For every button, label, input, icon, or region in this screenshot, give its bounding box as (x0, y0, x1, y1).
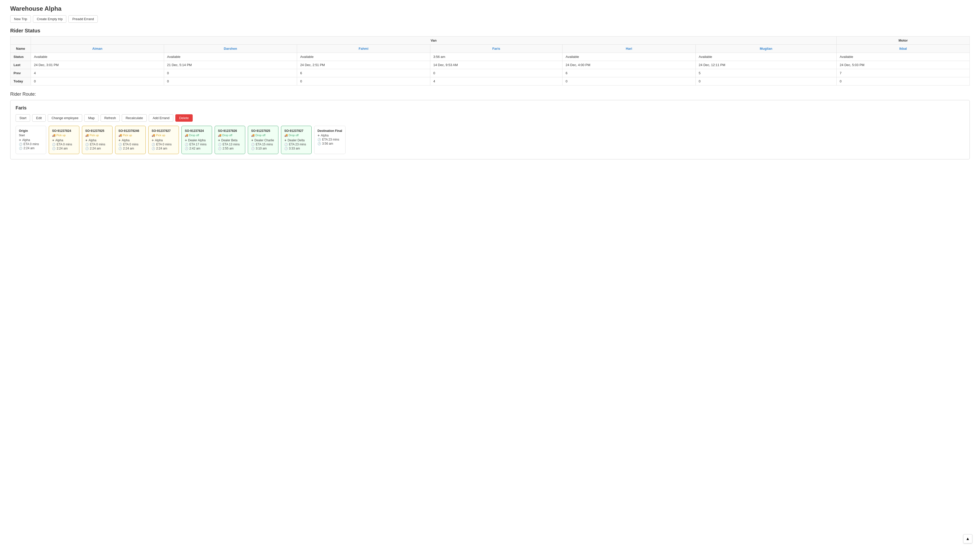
edit-button[interactable]: Edit (32, 114, 45, 122)
cell-prev-6: 7 (837, 69, 970, 77)
eta-mins-text-3: ETA 0 mins (123, 143, 138, 146)
card-title-2: SO-91237825 (85, 129, 109, 133)
eta-time-text-0: 2:24 am (24, 146, 35, 150)
route-card-4[interactable]: SO-91237827🚚 Pick up✈Alpha🕐ETA 0 mins🕐2:… (148, 126, 179, 154)
location-text-0: Alpha (22, 138, 30, 142)
row-label-prev: Prev (11, 69, 31, 77)
location-text-8: Dealer Delta (288, 138, 305, 142)
cell-today-2: 0 (297, 77, 430, 86)
rider-route-container: Faris Start Edit Change employee Map Ref… (10, 100, 970, 159)
rider-darshen-link[interactable]: Darshen (224, 47, 237, 51)
eta-mins-text-5: ETA 17 mins (189, 143, 207, 146)
rider-mugilan-link[interactable]: Mugilan (760, 47, 772, 51)
rider-ikbal-link[interactable]: Ikbal (899, 47, 907, 51)
rider-hari-link[interactable]: Hari (626, 47, 632, 51)
add-errand-button[interactable]: Add Errand (149, 114, 173, 122)
row-label-today: Today (11, 77, 31, 86)
cell-prev-3: 0 (430, 69, 563, 77)
route-card-8[interactable]: SO-91237827🚚 Drop off✈Dealer Delta🕐ETA 2… (281, 126, 312, 154)
card-title-1: SO-91237824 (52, 129, 76, 133)
location-text-4: Alpha (155, 138, 163, 142)
clock-icon: 🕐 (85, 143, 89, 146)
cell-today-1: 0 (164, 77, 297, 86)
card-eta-mins-5: 🕐ETA 17 mins (185, 143, 209, 146)
clock-icon-2: 🕐 (151, 147, 155, 150)
rider-fahmi-link[interactable]: Fahmi (359, 47, 368, 51)
card-title-5: SO-91237824 (185, 129, 209, 133)
clock-icon: 🕐 (151, 143, 155, 146)
card-title-3: SO-912378246 (118, 129, 142, 133)
start-button[interactable]: Start (16, 114, 30, 122)
card-eta-time-4: 🕐2:24 am (151, 147, 176, 150)
eta-mins-text-1: ETA 0 mins (57, 143, 72, 146)
route-card-2[interactable]: SO-91237825🚚 Pick up✈Alpha🕐ETA 0 mins🕐2:… (82, 126, 113, 154)
card-title-7: SO-91237825 (251, 129, 275, 133)
map-button[interactable]: Map (84, 114, 98, 122)
motor-group-header: Motor (837, 37, 970, 44)
row-label-status: Status (11, 53, 31, 61)
location-icon: ✈ (52, 139, 54, 142)
route-card-5[interactable]: SO-91237824🚚 Drop off✈Dealer Alpha🕐ETA 1… (181, 126, 212, 154)
card-location-4: ✈Alpha (151, 138, 176, 142)
eta-time-text-5: 2:42 am (189, 147, 200, 150)
card-location-5: ✈Dealer Alpha (185, 138, 209, 142)
card-title-4: SO-91237827 (151, 129, 176, 133)
cell-prev-1: 0 (164, 69, 297, 77)
recalculate-button[interactable]: Recalculate (122, 114, 147, 122)
cell-today-4: 0 (563, 77, 696, 86)
route-card-9[interactable]: Destination Final✈Alpha🕐ETA 23 mins🕐3:56… (314, 126, 345, 154)
rider-aiman-link[interactable]: Aiman (92, 47, 102, 51)
card-eta-mins-4: 🕐ETA 0 mins (151, 143, 176, 146)
rider-status-table: Van Motor Name Aiman Darshen Fahmi Faris… (10, 36, 970, 86)
card-title-9: Destination Final (318, 129, 342, 133)
card-eta-time-5: 🕐2:42 am (185, 147, 209, 150)
cell-status-4: Available (563, 53, 696, 61)
preadd-errand-button[interactable]: Preadd Errand (68, 15, 98, 23)
card-eta-mins-0: 🕐ETA 0 mins (19, 142, 43, 146)
clock-icon-2: 🕐 (85, 147, 89, 150)
new-trip-button[interactable]: New Trip (10, 15, 31, 23)
card-eta-mins-7: 🕐ETA 15 mins (251, 143, 275, 146)
card-eta-time-1: 🕐2:24 am (52, 147, 76, 150)
cell-prev-5: 5 (695, 69, 837, 77)
card-type-3: 🚚 Pick up (118, 134, 142, 137)
clock-icon-2: 🕐 (118, 147, 122, 150)
delete-button[interactable]: Delete (175, 114, 192, 122)
location-icon: ✈ (251, 139, 253, 142)
route-card-0[interactable]: OriginStart✈Alpha🕐ETA 0 mins🕐2:24 am (16, 126, 46, 154)
clock-icon-2: 🕐 (19, 147, 22, 150)
card-location-2: ✈Alpha (85, 138, 109, 142)
route-card-7[interactable]: SO-91237825🚚 Drop off✈Dealer Charlie🕐ETA… (248, 126, 278, 154)
eta-time-text-9: 3:56 am (322, 142, 333, 145)
card-eta-time-6: 🕐2:55 am (218, 147, 242, 150)
location-icon: ✈ (85, 139, 88, 142)
clock-icon: 🕐 (318, 138, 321, 141)
rider-faris-link[interactable]: Faris (492, 47, 500, 51)
card-location-6: ✈Dealer Beta (218, 138, 242, 142)
change-employee-button[interactable]: Change employee (48, 114, 83, 122)
cell-prev-2: 6 (297, 69, 430, 77)
cell-last-0: 24 Dec, 3:01 PM (31, 61, 164, 69)
clock-icon: 🕐 (185, 143, 188, 146)
cell-today-0: 0 (31, 77, 164, 86)
eta-time-text-2: 2:24 am (90, 147, 101, 150)
card-eta-time-8: 🕐3:33 am (284, 147, 308, 150)
card-eta-mins-2: 🕐ETA 0 mins (85, 143, 109, 146)
card-location-8: ✈Dealer Delta (284, 138, 308, 142)
location-icon: ✈ (218, 139, 220, 142)
location-text-3: Alpha (122, 138, 130, 142)
cell-last-4: 24 Dec, 4:00 PM (563, 61, 696, 69)
name-col-header: Name (11, 44, 31, 53)
create-empty-trip-button[interactable]: Create Empty trip (33, 15, 66, 23)
card-title-8: SO-91237827 (284, 129, 308, 133)
card-type-8: 🚚 Drop off (284, 134, 308, 137)
route-card-3[interactable]: SO-912378246🚚 Pick up✈Alpha🕐ETA 0 mins🕐2… (115, 126, 146, 154)
route-card-6[interactable]: SO-91237826🚚 Drop off✈Dealer Beta🕐ETA 13… (215, 126, 245, 154)
route-card-1[interactable]: SO-91237824🚚 Pick up✈Alpha🕐ETA 0 mins🕐2:… (49, 126, 80, 154)
refresh-button[interactable]: Refresh (100, 114, 120, 122)
eta-mins-text-2: ETA 0 mins (90, 143, 105, 146)
eta-time-text-8: 3:33 am (289, 147, 300, 150)
eta-mins-text-6: ETA 13 mins (223, 143, 240, 146)
card-type-0: Start (19, 134, 43, 137)
card-type-5: 🚚 Drop off (185, 134, 209, 137)
